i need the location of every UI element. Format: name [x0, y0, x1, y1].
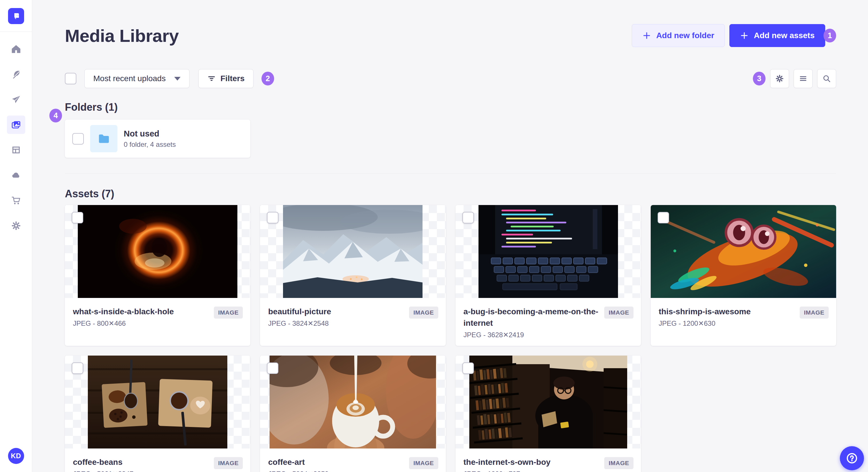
cloud-icon — [11, 170, 21, 180]
asset-thumbnail-area — [260, 356, 445, 448]
asset-type-badge: IMAGE — [214, 307, 243, 318]
folder-texts: Not used 0 folder, 4 assets — [124, 129, 176, 148]
page-header: Media Library Add new folder Add new ass… — [65, 24, 836, 47]
sidebar-item-releases[interactable] — [7, 90, 25, 109]
asset-meta: JPEG - 3824✕2548 — [268, 319, 404, 328]
grid-empty-cell — [651, 356, 836, 472]
search-button[interactable] — [817, 69, 836, 88]
tour-step-badge-1: 1 — [824, 29, 836, 42]
asset-meta: JPEG - 5021✕3347 — [73, 470, 209, 472]
add-new-assets-button[interactable]: Add new assets — [730, 24, 825, 47]
chevron-down-icon — [174, 77, 181, 80]
asset-type-badge: IMAGE — [214, 457, 243, 469]
asset-meta: JPEG - 3628✕2419 — [464, 331, 599, 339]
sidebar-divider — [0, 32, 32, 32]
asset-checkbox[interactable] — [267, 212, 278, 224]
asset-card-body: a-bug-is-becoming-a-meme-on-the-internet… — [456, 298, 641, 346]
asset-card-body: coffee-beans JPEG - 5021✕3347 IMAGE — [65, 448, 250, 472]
sort-select[interactable]: Most recent uploads — [84, 69, 189, 88]
folder-icon-tile — [90, 125, 117, 152]
search-icon — [822, 74, 831, 83]
folder-icon — [97, 132, 111, 145]
asset-thumbnail-area — [65, 356, 250, 448]
add-new-folder-button[interactable]: Add new folder — [632, 24, 725, 47]
strapi-logo[interactable] — [8, 8, 24, 24]
plus-icon — [740, 31, 749, 40]
assets-grid: what-s-inside-a-black-hole JPEG - 800✕46… — [65, 205, 836, 472]
mountains-thumbnail — [283, 205, 423, 298]
sidebar-item-content-manager[interactable] — [7, 141, 25, 159]
asset-name: this-shrimp-is-awesome — [659, 306, 795, 317]
paper-plane-icon — [11, 95, 21, 104]
asset-card-body: this-shrimp-is-awesome JPEG - 1200✕630 I… — [651, 298, 836, 334]
sidebar-item-settings[interactable] — [7, 216, 25, 235]
shrimp-thumbnail — [651, 205, 836, 298]
asset-thumbnail-area — [651, 205, 836, 298]
tour-step-badge-2: 2 — [261, 72, 274, 86]
sidebar-item-marketplace[interactable] — [7, 191, 25, 210]
cart-icon — [11, 196, 21, 205]
asset-card[interactable]: beautiful-picture JPEG - 3824✕2548 IMAGE — [260, 205, 445, 346]
asset-name: the-internet-s-own-boy — [464, 457, 599, 468]
folder-card[interactable]: Not used 0 folder, 4 assets — [65, 120, 250, 158]
folder-meta: 0 folder, 4 assets — [124, 140, 176, 148]
asset-type-badge: IMAGE — [604, 307, 633, 318]
library-boy-thumbnail — [469, 356, 627, 448]
add-new-assets-label: Add new assets — [754, 31, 815, 40]
asset-checkbox[interactable] — [267, 363, 278, 374]
list-icon — [799, 74, 808, 83]
section-divider — [65, 173, 836, 173]
page-title: Media Library — [65, 26, 179, 46]
asset-type-badge: IMAGE — [409, 457, 438, 469]
asset-checkbox[interactable] — [72, 212, 83, 224]
asset-card-body: the-internet-s-own-boy JPEG - 1200✕707 I… — [456, 448, 641, 472]
asset-thumbnail-area — [260, 205, 445, 298]
gear-icon — [11, 221, 21, 231]
tour-step-badge-3: 3 — [753, 72, 766, 86]
asset-meta: JPEG - 800✕466 — [73, 319, 209, 328]
asset-name: coffee-beans — [73, 457, 209, 468]
asset-card[interactable]: a-bug-is-becoming-a-meme-on-the-internet… — [456, 205, 641, 346]
asset-card[interactable]: what-s-inside-a-black-hole JPEG - 800✕46… — [65, 205, 250, 346]
asset-card[interactable]: the-internet-s-own-boy JPEG - 1200✕707 I… — [456, 356, 641, 472]
asset-card[interactable]: this-shrimp-is-awesome JPEG - 1200✕630 I… — [651, 205, 836, 346]
folder-checkbox[interactable] — [72, 133, 84, 144]
asset-checkbox[interactable] — [462, 212, 474, 224]
filters-button[interactable]: Filters — [198, 69, 253, 88]
sidebar-item-home[interactable] — [7, 40, 25, 58]
question-icon — [846, 452, 858, 465]
folders-heading-label: Folders (1) — [65, 101, 118, 113]
asset-card-body: what-s-inside-a-black-hole JPEG - 800✕46… — [65, 298, 250, 334]
filter-icon — [207, 74, 216, 83]
plus-icon — [642, 31, 651, 40]
sidebar: KD — [0, 0, 32, 472]
view-toolbar: 3 — [753, 69, 836, 88]
asset-checkbox[interactable] — [462, 363, 474, 374]
header-actions: Add new folder Add new assets 1 — [632, 24, 836, 47]
sidebar-nav — [7, 40, 25, 235]
asset-type-badge: IMAGE — [409, 307, 438, 318]
help-button[interactable] — [840, 446, 864, 470]
laptop-code-thumbnail — [478, 205, 618, 298]
assets-heading: Assets (7) — [65, 188, 114, 200]
asset-thumbnail-area — [65, 205, 250, 298]
controls-bar: Most recent uploads Filters 2 3 — [65, 69, 836, 88]
list-view-button[interactable] — [794, 69, 813, 88]
sidebar-item-content[interactable] — [7, 65, 25, 83]
sidebar-item-media-library[interactable] — [7, 115, 25, 134]
folder-name: Not used — [124, 129, 176, 138]
asset-name: a-bug-is-becoming-a-meme-on-the-internet — [464, 306, 599, 329]
asset-meta: JPEG - 5824✕3259 — [268, 470, 404, 472]
asset-meta: JPEG - 1200✕630 — [659, 319, 795, 328]
coffee-art-thumbnail — [270, 356, 436, 448]
asset-card[interactable]: coffee-beans JPEG - 5021✕3347 IMAGE — [65, 356, 250, 472]
user-avatar[interactable]: KD — [8, 448, 24, 464]
asset-checkbox[interactable] — [72, 363, 83, 374]
black-hole-thumbnail — [78, 205, 237, 298]
gear-icon — [775, 74, 784, 83]
sidebar-item-deploy[interactable] — [7, 166, 25, 184]
asset-card[interactable]: coffee-art JPEG - 5824✕3259 IMAGE — [260, 356, 445, 472]
configure-view-button[interactable] — [770, 69, 789, 88]
select-all-checkbox[interactable] — [65, 73, 76, 84]
asset-checkbox[interactable] — [658, 212, 669, 224]
